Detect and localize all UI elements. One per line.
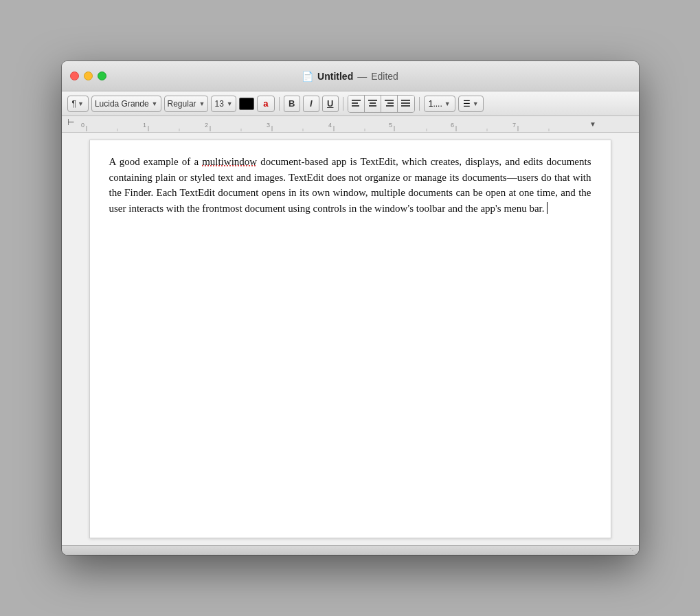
svg-rect-4 [370,102,376,104]
app-window: 📄 Untitled — Edited ¶ ▼ Lucida Grande ▼ … [62,61,639,555]
document-area: A good example of a multiwindow document… [62,133,639,545]
text-background-color-button[interactable] [239,98,254,110]
paragraph-style-button[interactable]: ¶ ▼ [67,96,89,112]
svg-text:4: 4 [328,122,332,129]
underline-button[interactable]: U [322,96,339,112]
text-cursor [547,202,547,214]
svg-text:7: 7 [512,122,516,129]
bullet-list-label: ☰ [463,99,471,109]
svg-text:▼: ▼ [589,120,596,128]
document-page: A good example of a multiwindow document… [89,140,611,538]
align-left-icon [352,100,361,107]
font-family-select[interactable]: Lucida Grande ▼ [91,96,161,112]
minimize-button[interactable] [84,72,93,80]
align-left-button[interactable] [348,96,365,112]
document-content[interactable]: A good example of a multiwindow document… [109,154,591,216]
svg-rect-5 [369,105,376,107]
ruler: ⊢ 0 1 2 3 4 5 6 [62,116,639,133]
title-area: 📄 Untitled — Edited [302,71,398,82]
numbered-list-chevron-icon: ▼ [444,100,451,107]
bullet-list-chevron-icon: ▼ [473,100,479,107]
traffic-lights [70,72,106,80]
font-family-chevron-icon: ▼ [152,100,158,107]
align-right-button[interactable] [381,96,398,112]
italic-icon: I [310,98,313,109]
numbered-list-label: 1.... [429,99,442,109]
bullet-list-button[interactable]: ☰ ▼ [458,96,484,112]
svg-rect-2 [352,105,359,107]
title-bar: 📄 Untitled — Edited [62,61,639,91]
svg-rect-9 [401,100,410,101]
font-size-label: 13 [214,99,223,109]
alignment-group [348,95,415,113]
svg-rect-10 [401,102,410,104]
numbered-list-button[interactable]: 1.... ▼ [424,96,455,112]
italic-button[interactable]: I [303,96,319,112]
align-center-button[interactable] [365,96,381,112]
text-color-button[interactable]: a [257,96,275,112]
svg-text:6: 6 [451,122,454,129]
font-style-select[interactable]: Regular ▼ [164,96,209,112]
align-justify-icon [401,100,410,107]
toolbar-separator-3 [419,97,420,111]
close-button[interactable] [70,72,79,80]
svg-text:5: 5 [389,122,392,129]
maximize-button[interactable] [98,72,106,80]
text-color-letter: a [263,99,268,108]
font-size-chevron-icon: ▼ [227,100,233,107]
svg-rect-1 [352,102,358,104]
svg-text:0: 0 [81,122,84,129]
toolbar-separator-1 [279,97,280,111]
svg-text:2: 2 [205,122,208,129]
font-style-label: Regular [168,99,196,109]
bold-button[interactable]: B [284,96,300,112]
font-style-chevron-icon: ▼ [199,100,205,107]
multiwindow-word: multiwindow [202,156,257,167]
svg-text:3: 3 [267,122,270,129]
window-edit-status: Edited [371,71,398,82]
underline-icon: U [327,98,333,109]
svg-rect-0 [352,100,361,101]
align-right-icon [385,100,394,107]
font-family-label: Lucida Grande [95,99,149,109]
ruler-inner: 0 1 2 3 4 5 6 7 [67,116,633,132]
svg-rect-7 [387,102,394,104]
svg-text:1: 1 [143,122,146,129]
document-icon: 📄 [302,71,313,82]
resize-grip-icon[interactable]: ⋱ [629,547,636,554]
toolbar-separator-2 [343,97,343,111]
window-title: Untitled [317,71,353,82]
align-center-icon [368,100,377,107]
bold-icon: B [289,98,295,109]
font-size-select[interactable]: 13 ▼ [211,96,236,112]
paragraph-chevron-icon: ▼ [78,100,84,107]
paragraph-icon: ¶ [72,99,76,109]
svg-rect-11 [401,105,410,107]
window-title-separator: — [357,71,367,82]
window-bottom-bar: ⋱ [62,545,639,555]
svg-rect-8 [386,105,394,107]
toolbar: ¶ ▼ Lucida Grande ▼ Regular ▼ 13 ▼ a B I… [62,91,639,116]
svg-rect-6 [385,100,394,101]
svg-rect-3 [368,100,377,101]
align-justify-button[interactable] [398,96,414,112]
